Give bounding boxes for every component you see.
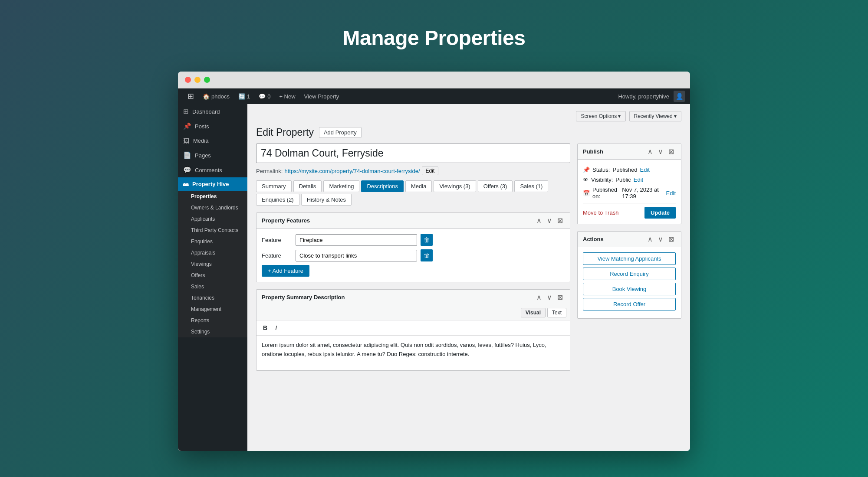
- italic-button[interactable]: I: [272, 323, 280, 333]
- delete-feature-1-button[interactable]: 🗑: [421, 234, 433, 246]
- updates-item[interactable]: 🔄 1: [234, 88, 254, 104]
- publish-collapse-up[interactable]: ∧: [646, 147, 654, 156]
- publish-footer: Move to Trash Update: [583, 203, 676, 219]
- comments-count: 0: [267, 93, 270, 100]
- published-edit-link[interactable]: Edit: [666, 190, 676, 196]
- tab-offers[interactable]: Offers (3): [478, 180, 513, 192]
- actions-expand[interactable]: ⊠: [667, 235, 676, 243]
- tab-history-notes[interactable]: History & Notes: [301, 194, 352, 206]
- sidebar-item-property-hive[interactable]: 🏘 Property Hive: [178, 177, 247, 191]
- tabs-row: Summary Details Marketing Descriptions M…: [256, 180, 570, 206]
- feature-row-1: Feature 🗑: [262, 234, 565, 246]
- tab-details[interactable]: Details: [293, 180, 322, 192]
- sidebar-item-comments[interactable]: 💬 Comments: [178, 163, 247, 177]
- publish-collapse-down[interactable]: ∨: [656, 147, 665, 156]
- record-enquiry-button[interactable]: Record Enquiry: [583, 268, 676, 280]
- sidebar-item-management[interactable]: Management: [178, 304, 247, 315]
- permalink-link[interactable]: https://mysite.com/property/74-dolman-co…: [284, 168, 420, 174]
- main-column: Permalink: https://mysite.com/property/7…: [256, 144, 570, 378]
- book-viewing-button[interactable]: Book Viewing: [583, 283, 676, 295]
- sidebar-submenu: Properties Owners & Landlords Applicants…: [178, 191, 247, 337]
- pages-icon: 📄: [183, 151, 191, 159]
- tab-summary[interactable]: Summary: [256, 180, 292, 192]
- tab-marketing[interactable]: Marketing: [323, 180, 359, 192]
- publish-header: Publish ∧ ∨ ⊠: [578, 144, 681, 160]
- view-property-item[interactable]: View Property: [300, 88, 344, 104]
- sidebar-item-settings[interactable]: Settings: [178, 326, 247, 337]
- meta-box-expand[interactable]: ⊠: [556, 216, 565, 225]
- tab-media[interactable]: Media: [405, 180, 432, 192]
- property-title-input[interactable]: [256, 144, 570, 163]
- visual-mode-button[interactable]: Visual: [521, 308, 546, 317]
- user-avatar-icon[interactable]: 👤: [674, 91, 685, 102]
- sidebar-item-offers[interactable]: Offers: [178, 270, 247, 281]
- summary-expand[interactable]: ⊠: [556, 293, 565, 301]
- recently-viewed-button[interactable]: Recently Viewed ▾: [629, 111, 682, 121]
- visibility-edit-link[interactable]: Edit: [634, 176, 643, 183]
- minimize-dot[interactable]: [194, 77, 201, 83]
- edit-property-heading: Edit Property Add Property: [256, 127, 681, 138]
- maximize-dot[interactable]: [204, 77, 210, 83]
- sidebar-item-enquiries[interactable]: Enquiries: [178, 236, 247, 247]
- summary-collapse-down[interactable]: ∨: [545, 293, 554, 301]
- permalink-edit-button[interactable]: Edit: [422, 167, 439, 175]
- sidebar-item-third-party-contacts[interactable]: Third Party Contacts: [178, 225, 247, 236]
- sidebar-item-posts[interactable]: 📌 Posts: [178, 119, 247, 134]
- calendar-icon: 📅: [583, 190, 590, 196]
- view-matching-applicants-button[interactable]: View Matching Applicants: [583, 252, 676, 265]
- close-dot[interactable]: [185, 77, 191, 83]
- comments-item[interactable]: 💬 0: [254, 88, 275, 104]
- add-feature-button[interactable]: + Add Feature: [262, 265, 309, 277]
- howdy-text: Howdy, propertyhive: [614, 93, 674, 100]
- comments-sidebar-icon: 💬: [183, 166, 191, 174]
- sidebar-item-tenancies[interactable]: Tenancies: [178, 292, 247, 304]
- sidebar-item-dashboard[interactable]: ⊞ Dashboard: [178, 104, 247, 119]
- record-offer-button[interactable]: Record Offer: [583, 298, 676, 310]
- publish-expand[interactable]: ⊠: [667, 147, 676, 156]
- text-mode-button[interactable]: Text: [547, 308, 566, 317]
- move-to-trash-link[interactable]: Move to Trash: [583, 209, 618, 216]
- meta-box-collapse-down[interactable]: ∨: [545, 216, 554, 225]
- sidebar-item-appraisals[interactable]: Appraisals: [178, 247, 247, 258]
- feature-input-2[interactable]: [296, 250, 417, 261]
- screen-options-button[interactable]: Screen Options ▾: [576, 111, 625, 121]
- property-features-header: Property Features ∧ ∨ ⊠: [256, 213, 570, 229]
- delete-feature-2-button[interactable]: 🗑: [421, 249, 433, 261]
- sidebar-item-owners-landlords[interactable]: Owners & Landlords: [178, 202, 247, 213]
- feature-input-1[interactable]: [296, 234, 417, 246]
- status-edit-link[interactable]: Edit: [640, 167, 650, 173]
- meta-box-collapse-up[interactable]: ∧: [535, 216, 543, 225]
- add-property-button[interactable]: Add Property: [319, 127, 362, 138]
- property-features-body: Feature 🗑 Feature 🗑 + Add Feature: [256, 229, 570, 282]
- visibility-value: Public: [615, 176, 631, 183]
- visibility-icon: 👁: [583, 176, 589, 183]
- browser-window: ⊞ 🏠 phdocs 🔄 1 💬 0 + New View Property H…: [178, 72, 690, 451]
- site-name-item[interactable]: 🏠 phdocs: [198, 88, 234, 104]
- publish-metabox: Publish ∧ ∨ ⊠ 📌 Status: Publishe: [577, 144, 681, 224]
- bold-button[interactable]: B: [260, 323, 270, 333]
- wp-main: ⊞ Dashboard 📌 Posts 🖼 Media 📄 Pages 💬 Co…: [178, 104, 690, 451]
- posts-icon: 📌: [183, 122, 191, 130]
- tab-descriptions[interactable]: Descriptions: [361, 180, 404, 192]
- summary-collapse-up[interactable]: ∧: [535, 293, 543, 301]
- sidebar-item-properties[interactable]: Properties: [178, 191, 247, 202]
- sidebar-item-sales[interactable]: Sales: [178, 281, 247, 292]
- actions-collapse-up[interactable]: ∧: [646, 235, 654, 243]
- summary-meta-box-controls: ∧ ∨ ⊠: [535, 293, 565, 301]
- actions-collapse-down[interactable]: ∨: [656, 235, 665, 243]
- permalink-row: Permalink: https://mysite.com/property/7…: [256, 167, 570, 175]
- two-col-layout: Permalink: https://mysite.com/property/7…: [256, 144, 681, 378]
- tab-viewings[interactable]: Viewings (3): [434, 180, 476, 192]
- tab-enquiries[interactable]: Enquiries (2): [256, 194, 299, 206]
- wp-logo-item[interactable]: ⊞: [183, 88, 198, 104]
- sidebar-item-media[interactable]: 🖼 Media: [178, 134, 247, 148]
- new-item[interactable]: + New: [275, 88, 299, 104]
- tab-sales[interactable]: Sales (1): [514, 180, 548, 192]
- sidebar-item-applicants[interactable]: Applicants: [178, 213, 247, 225]
- sidebar-item-pages[interactable]: 📄 Pages: [178, 148, 247, 163]
- sidebar-item-reports[interactable]: Reports: [178, 315, 247, 326]
- sidebar-item-viewings[interactable]: Viewings: [178, 258, 247, 270]
- editor-content[interactable]: Lorem ipsum dolor sit amet, consectetur …: [256, 336, 570, 370]
- actions-body: View Matching Applicants Record Enquiry …: [578, 247, 681, 318]
- update-button[interactable]: Update: [644, 207, 676, 219]
